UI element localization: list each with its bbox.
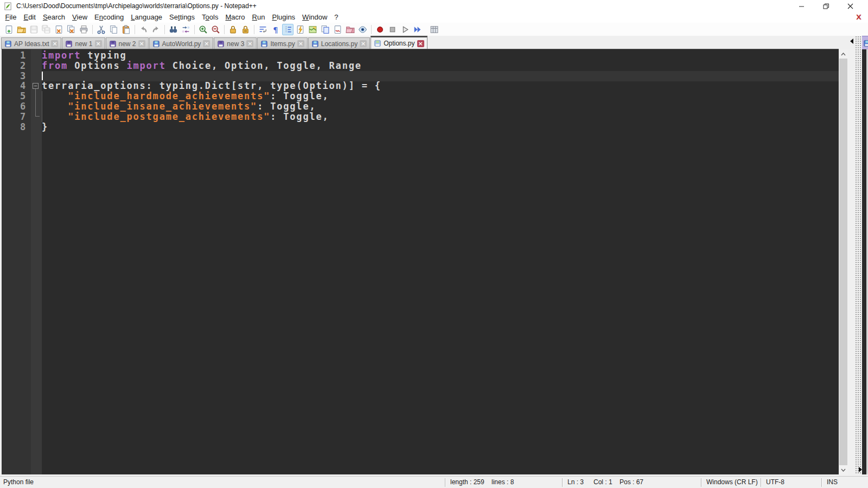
user-defined-language-button[interactable] <box>295 24 306 35</box>
scrollbar-thumb[interactable] <box>839 59 847 465</box>
cut-button[interactable] <box>95 24 107 35</box>
save-all-icon <box>42 25 51 34</box>
view-splitter[interactable] <box>855 36 862 474</box>
scroll-down-arrow[interactable] <box>839 465 848 474</box>
zoom-in-button[interactable] <box>197 24 209 35</box>
macro-play-button[interactable] <box>399 24 411 35</box>
close-icon <box>54 25 63 34</box>
tab-close-icon[interactable]: × <box>297 40 304 47</box>
status-line-num: Ln : 3 <box>567 477 584 488</box>
svg-text:¶: ¶ <box>273 25 278 34</box>
close-button[interactable] <box>838 0 863 12</box>
code-line-5: "include_hardmode_achievements": Toggle, <box>42 91 329 101</box>
menu-plugins[interactable]: Plugins <box>269 12 299 23</box>
tab-locations-py[interactable]: Locations.py× <box>308 37 370 49</box>
menu-run[interactable]: Run <box>248 12 269 23</box>
tab-options-py[interactable]: Options.py× <box>371 36 427 49</box>
zoom-out-button[interactable] <box>210 24 221 35</box>
tab-close-icon[interactable]: × <box>95 40 102 47</box>
tab-ap-ideas-txt[interactable]: AP Ideas.txt× <box>1 37 61 49</box>
tab-close-icon[interactable]: × <box>138 40 145 47</box>
menu-language[interactable]: Language <box>127 12 166 23</box>
copy-button[interactable] <box>108 24 119 35</box>
minimize-button[interactable] <box>789 0 814 12</box>
word-wrap-button[interactable] <box>257 24 269 35</box>
menu-[interactable]: ? <box>331 12 342 23</box>
file-modified-icon <box>217 40 225 48</box>
menu-window[interactable]: Window <box>299 12 331 23</box>
show-all-characters-button[interactable]: ¶ <box>270 24 281 35</box>
tab-new-1[interactable]: new 1× <box>62 37 105 49</box>
save-all-button[interactable] <box>41 24 52 35</box>
tab-close-icon[interactable]: × <box>203 40 210 47</box>
undo-button[interactable] <box>138 24 149 35</box>
new-file-button[interactable] <box>3 24 15 35</box>
zoom-in-icon <box>199 25 208 34</box>
paste-button[interactable] <box>120 24 132 35</box>
vertical-scrollbar[interactable] <box>839 49 848 474</box>
folder-as-workspace-button[interactable] <box>344 24 356 35</box>
print-button[interactable] <box>78 24 90 35</box>
document-map-button[interactable] <box>307 24 318 35</box>
toolbar-separator <box>164 25 165 34</box>
menu-encoding[interactable]: Encoding <box>91 12 127 23</box>
sync-horizontal-scroll-button[interactable] <box>240 24 251 35</box>
document-map-icon <box>308 25 317 34</box>
macro-run-multiple-button[interactable] <box>412 24 423 35</box>
tab-new-3[interactable]: new 3× <box>214 37 257 49</box>
document-list-button[interactable] <box>320 24 331 35</box>
splitter-collapse-left-icon[interactable] <box>850 38 853 44</box>
fold-guide-line <box>35 89 40 116</box>
menu-search[interactable]: Search <box>39 12 68 23</box>
function-list-button[interactable] <box>332 24 343 35</box>
copy-icon <box>109 25 118 34</box>
menu-edit[interactable]: Edit <box>20 12 39 23</box>
macro-stop-button[interactable] <box>387 24 398 35</box>
document-close-icon[interactable]: X <box>854 12 864 23</box>
tab-close-icon[interactable]: × <box>360 40 367 47</box>
open-file-button[interactable] <box>16 24 27 35</box>
close-all-button[interactable] <box>66 24 77 35</box>
tab-label: new 2 <box>119 40 136 48</box>
menu-view[interactable]: View <box>69 12 91 23</box>
tab-items-py[interactable]: Items.py× <box>257 37 307 49</box>
sync-vertical-scroll-button[interactable] <box>227 24 239 35</box>
tab-close-icon[interactable]: × <box>417 40 424 47</box>
show-indent-guide-button[interactable] <box>282 24 293 35</box>
status-lines: lines : 8 <box>492 477 514 488</box>
menu-file[interactable]: File <box>2 12 20 23</box>
macro-play-icon <box>400 25 410 34</box>
macro-save-button[interactable] <box>429 24 440 35</box>
toolbar-separator <box>224 25 225 34</box>
editor-surface[interactable]: 1import typing2from Options import Choic… <box>2 49 839 474</box>
monitoring-button[interactable] <box>357 24 368 35</box>
menu-tools[interactable]: Tools <box>199 12 222 23</box>
replace-button[interactable] <box>180 24 192 35</box>
fold-collapse-icon[interactable] <box>33 83 39 89</box>
window-title: C:\Users\Dood\Documents\tmp\Archipelago\… <box>16 2 257 10</box>
save-button[interactable] <box>28 24 40 35</box>
tab-close-icon[interactable]: × <box>51 40 58 47</box>
tab-new-2[interactable]: new 2× <box>106 37 149 49</box>
menu-macro[interactable]: Macro <box>222 12 248 23</box>
restore-button[interactable] <box>814 0 838 12</box>
file-saved-icon <box>374 40 381 47</box>
restore-icon <box>823 3 829 9</box>
find-button[interactable] <box>168 24 179 35</box>
macro-record-button[interactable] <box>374 24 386 35</box>
tab-close-icon[interactable]: × <box>246 40 253 47</box>
file-saved-icon <box>863 40 868 47</box>
title-bar: C:\Users\Dood\Documents\tmp\Archipelago\… <box>0 0 868 12</box>
show-all-characters-icon: ¶ <box>271 25 280 34</box>
close-button[interactable] <box>53 24 65 35</box>
scroll-up-arrow[interactable] <box>839 49 848 59</box>
second-view-editor-sliver <box>862 49 868 474</box>
indent-guide-line <box>42 91 42 121</box>
second-view-tab-sliver[interactable] <box>862 36 868 49</box>
zoom-out-icon <box>211 25 220 34</box>
word-wrap-icon <box>258 25 267 34</box>
menu-settings[interactable]: Settings <box>166 12 199 23</box>
redo-button[interactable] <box>150 24 162 35</box>
tab-autoworld-py[interactable]: AutoWorld.py× <box>149 37 214 49</box>
line-number: 1 <box>2 50 27 61</box>
